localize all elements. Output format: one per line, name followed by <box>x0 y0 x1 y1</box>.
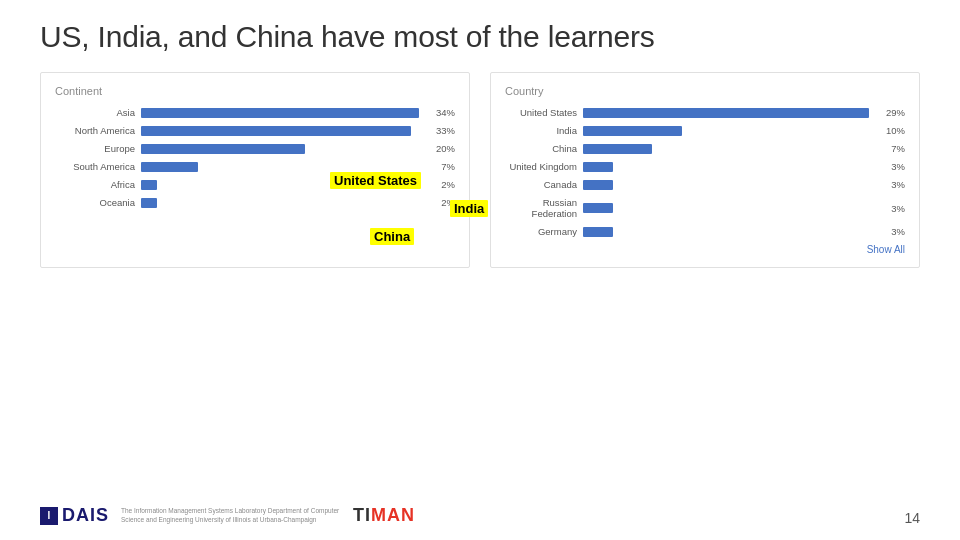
bar-pct: 7% <box>425 161 455 172</box>
bar-track <box>141 198 419 208</box>
highlight-united-states: United States <box>330 172 421 189</box>
continent-bars: Asia34%North America33%Europe20%South Am… <box>55 107 455 208</box>
table-row: Canada3% <box>505 179 905 190</box>
continent-chart-title: Continent <box>55 85 455 97</box>
timan-ti: TI <box>353 505 371 525</box>
table-row: Russian Federation3% <box>505 197 905 219</box>
bar-track <box>583 180 869 190</box>
bar-track <box>583 162 869 172</box>
bar-fill <box>141 108 419 118</box>
page-number: 14 <box>904 510 920 526</box>
bar-pct: 33% <box>425 125 455 136</box>
timan-man: MAN <box>371 505 415 525</box>
dais-logo-text: DAIS <box>62 505 109 526</box>
timan-logo: TIMAN <box>353 505 415 526</box>
bar-pct: 2% <box>425 179 455 190</box>
charts-container: Continent Asia34%North America33%Europe2… <box>40 72 920 268</box>
table-row: North America33% <box>55 125 455 136</box>
table-row: United Kingdom3% <box>505 161 905 172</box>
bar-label: United Kingdom <box>505 161 577 172</box>
dais-logo-box: I <box>40 507 58 525</box>
bar-track <box>141 144 419 154</box>
country-chart-title: Country <box>505 85 905 97</box>
bar-track <box>141 108 419 118</box>
footer-description: The Information Management Systems Labor… <box>121 507 341 524</box>
highlight-china: China <box>370 228 414 245</box>
dais-box-letter: I <box>48 510 51 521</box>
bar-label: Africa <box>55 179 135 190</box>
bar-fill <box>141 198 157 208</box>
bar-label: Germany <box>505 226 577 237</box>
highlight-india: India <box>450 200 488 217</box>
bar-fill <box>583 162 613 172</box>
bar-pct: 29% <box>875 107 905 118</box>
footer: I DAIS The Information Management System… <box>0 505 960 526</box>
bar-track <box>583 227 869 237</box>
bar-label: North America <box>55 125 135 136</box>
bar-track <box>141 126 419 136</box>
bar-fill <box>583 203 613 213</box>
country-chart: Country United States29%India10%China7%U… <box>490 72 920 268</box>
bar-pct: 3% <box>875 226 905 237</box>
bar-pct: 3% <box>875 203 905 214</box>
bar-fill <box>141 126 411 136</box>
show-all-button[interactable]: Show All <box>505 244 905 255</box>
bar-label: China <box>505 143 577 154</box>
table-row: South America7% <box>55 161 455 172</box>
table-row: Asia34% <box>55 107 455 118</box>
country-bars: United States29%India10%China7%United Ki… <box>505 107 905 237</box>
bar-pct: 20% <box>425 143 455 154</box>
bar-pct: 7% <box>875 143 905 154</box>
bar-pct: 34% <box>425 107 455 118</box>
bar-label: South America <box>55 161 135 172</box>
bar-track <box>583 203 869 213</box>
bar-track <box>141 162 419 172</box>
logos: I DAIS The Information Management System… <box>40 505 415 526</box>
bar-fill <box>141 144 305 154</box>
slide-title: US, India, and China have most of the le… <box>40 20 920 54</box>
bar-fill <box>583 126 682 136</box>
bar-label: Canada <box>505 179 577 190</box>
table-row: Europe20% <box>55 143 455 154</box>
bar-pct: 3% <box>875 161 905 172</box>
bar-fill <box>583 144 652 154</box>
table-row: Germany3% <box>505 226 905 237</box>
bar-fill <box>141 162 198 172</box>
bar-fill <box>583 180 613 190</box>
dais-logo: I DAIS <box>40 505 109 526</box>
bar-fill <box>141 180 157 190</box>
bar-label: Oceania <box>55 197 135 208</box>
bar-label: Asia <box>55 107 135 118</box>
bar-label: India <box>505 125 577 136</box>
bar-fill <box>583 227 613 237</box>
table-row: Oceania2% <box>55 197 455 208</box>
bar-fill <box>583 108 869 118</box>
table-row: India10% <box>505 125 905 136</box>
bar-track <box>583 144 869 154</box>
bar-pct: 3% <box>875 179 905 190</box>
bar-track <box>583 108 869 118</box>
slide: US, India, and China have most of the le… <box>0 0 960 540</box>
table-row: China7% <box>505 143 905 154</box>
table-row: United States29% <box>505 107 905 118</box>
bar-label: United States <box>505 107 577 118</box>
bar-pct: 10% <box>875 125 905 136</box>
bar-label: Europe <box>55 143 135 154</box>
bar-label: Russian Federation <box>505 197 577 219</box>
bar-track <box>583 126 869 136</box>
